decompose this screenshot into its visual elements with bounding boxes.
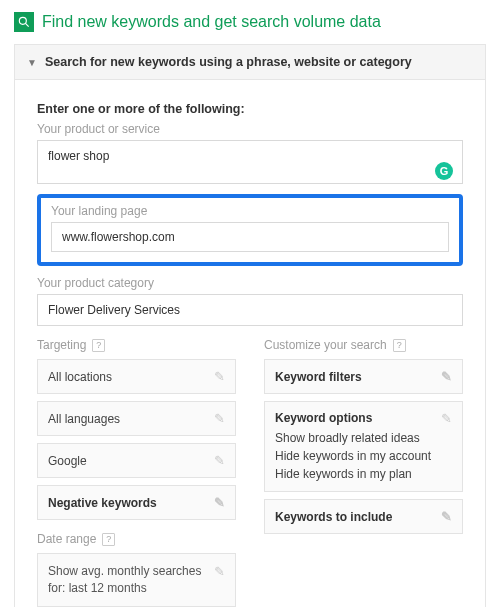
help-icon[interactable]: ? [102, 533, 115, 546]
panel-title: Search for new keywords using a phrase, … [45, 55, 412, 69]
grammarly-icon[interactable]: G [435, 162, 453, 180]
landing-page-highlight: Your landing page [37, 194, 463, 266]
landing-page-input[interactable] [51, 222, 449, 252]
pencil-icon: ✎ [214, 453, 225, 468]
pencil-icon: ✎ [441, 369, 452, 384]
keyword-filters[interactable]: Keyword filters ✎ [264, 359, 463, 394]
targeting-title: Targeting ? [37, 338, 236, 352]
keyword-search-panel: ▼ Search for new keywords using a phrase… [14, 44, 486, 607]
product-input[interactable] [37, 140, 463, 184]
help-icon[interactable]: ? [92, 339, 105, 352]
targeting-location[interactable]: All locations ✎ [37, 359, 236, 394]
date-range-selector[interactable]: Show avg. monthly searches for: last 12 … [37, 553, 236, 607]
panel-accordion-header[interactable]: ▼ Search for new keywords using a phrase… [15, 45, 485, 80]
page-header: Find new keywords and get search volume … [14, 12, 486, 32]
pencil-icon: ✎ [214, 369, 225, 384]
help-icon[interactable]: ? [393, 339, 406, 352]
keyword-options[interactable]: Keyword options Show broadly related ide… [264, 401, 463, 492]
page-title: Find new keywords and get search volume … [42, 13, 381, 31]
svg-point-0 [19, 17, 26, 24]
date-range-title: Date range ? [37, 532, 236, 546]
pencil-icon: ✎ [214, 411, 225, 426]
form-prompt: Enter one or more of the following: [37, 102, 463, 116]
product-label: Your product or service [37, 122, 463, 136]
targeting-language[interactable]: All languages ✎ [37, 401, 236, 436]
product-category-input[interactable] [37, 294, 463, 326]
chevron-down-icon: ▼ [27, 57, 37, 68]
targeting-network[interactable]: Google ✎ [37, 443, 236, 478]
svg-line-1 [25, 23, 28, 26]
landing-label: Your landing page [51, 204, 449, 218]
search-icon [14, 12, 34, 32]
pencil-icon: ✎ [441, 509, 452, 524]
keywords-to-include[interactable]: Keywords to include ✎ [264, 499, 463, 534]
pencil-icon: ✎ [214, 563, 225, 581]
pencil-icon: ✎ [441, 411, 452, 426]
targeting-negative-keywords[interactable]: Negative keywords ✎ [37, 485, 236, 520]
customize-title: Customize your search ? [264, 338, 463, 352]
category-label: Your product category [37, 276, 463, 290]
pencil-icon: ✎ [214, 495, 225, 510]
